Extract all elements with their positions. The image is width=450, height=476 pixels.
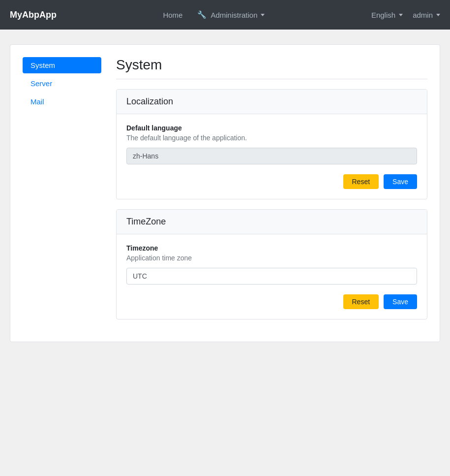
sidebar: System Server Mail [23,57,101,329]
user-chevron-icon [436,14,440,16]
content-area: System Localization Default language The… [116,57,427,329]
wrench-icon: 🔧 [197,10,207,19]
user-dropdown[interactable]: admin [413,11,440,19]
localization-section-header: Localization [117,90,427,114]
page-title: System [116,57,427,73]
nav-right: English admin [371,11,440,19]
localization-section-body: Default language The default language of… [117,114,427,199]
default-language-input[interactable] [126,148,417,164]
title-divider [116,79,427,79]
main-container: System Server Mail System Localization D… [0,30,450,357]
administration-chevron-icon [261,14,265,16]
sidebar-item-mail[interactable]: Mail [23,94,101,110]
brand-logo[interactable]: MyAbpApp [10,10,57,20]
language-label: English [371,11,395,19]
language-dropdown[interactable]: English [371,11,403,19]
localization-reset-button[interactable]: Reset [343,174,379,189]
localization-save-button[interactable]: Save [384,174,417,189]
timezone-section-header: TimeZone [117,210,427,234]
navbar: MyAbpApp Home 🔧 Administration English a… [0,0,450,30]
default-language-label: Default language [126,124,417,132]
timezone-label: Timezone [126,244,417,252]
nav-administration-label: Administration [210,11,257,19]
language-chevron-icon [399,14,403,16]
timezone-desc: Application time zone [126,254,417,262]
localization-section: Localization Default language The defaul… [116,89,427,199]
timezone-section: TimeZone Timezone Application time zone … [116,209,427,319]
localization-button-row: Reset Save [126,174,417,189]
sidebar-item-server[interactable]: Server [23,75,101,92]
nav-center: Home 🔧 Administration [163,10,265,19]
timezone-input[interactable] [126,268,417,285]
content-card: System Server Mail System Localization D… [10,44,440,342]
nav-administration-dropdown[interactable]: 🔧 Administration [197,10,265,19]
timezone-button-row: Reset Save [126,294,417,309]
user-label: admin [413,11,433,19]
nav-home-link[interactable]: Home [163,11,182,19]
default-language-desc: The default language of the application. [126,134,417,142]
timezone-reset-button[interactable]: Reset [343,294,379,309]
timezone-section-body: Timezone Application time zone Reset Sav… [117,234,427,319]
sidebar-item-system[interactable]: System [23,57,101,73]
timezone-save-button[interactable]: Save [384,294,417,309]
